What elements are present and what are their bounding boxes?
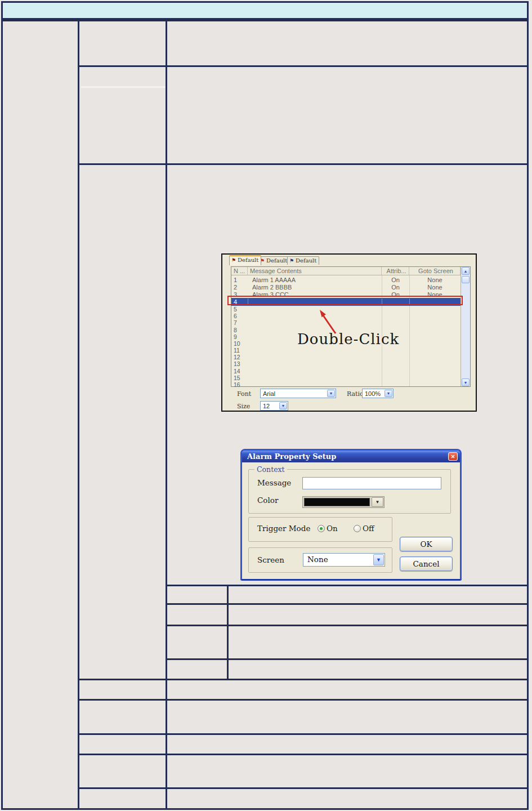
row-goto-screen: None [409, 276, 461, 284]
alarm-list-screenshot: ⚑Default ⚑Default ⚑Default N ... Message… [221, 253, 477, 412]
ratio-value: 100% [365, 390, 381, 397]
combo-arrow-icon[interactable]: ▼ [385, 390, 392, 397]
close-icon: ✕ [451, 454, 455, 460]
table-grid-line [79, 787, 528, 789]
color-swatch [304, 498, 370, 506]
row-attribute: On [382, 276, 409, 284]
table-grid-line [167, 625, 528, 626]
dialog-titlebar[interactable]: Alarm Property Setup [242, 451, 460, 462]
row-attribute: On [382, 283, 409, 291]
combo-arrow-icon[interactable]: ▼ [373, 554, 384, 565]
list-header-row: N ... Message Contents Attrib... Goto Sc… [231, 267, 461, 275]
message-input[interactable] [302, 477, 441, 489]
message-label: Message [257, 478, 291, 487]
tab-label: Default [238, 257, 258, 263]
row-number: 12 [231, 354, 247, 360]
font-label: Font [237, 390, 251, 398]
flag-icon: ⚑ [289, 258, 294, 264]
cancel-button[interactable]: Cancel [400, 556, 453, 571]
color-label: Color [257, 496, 278, 505]
color-dropdown-button[interactable]: ▼ [372, 497, 383, 507]
tab-default-3[interactable]: ⚑Default [287, 256, 319, 265]
scrollbar-thumb[interactable] [462, 276, 470, 283]
alarm-row-2[interactable]: 2 Alarm 2 BBBB On None [231, 283, 461, 291]
color-select[interactable]: ▼ [302, 496, 385, 508]
table-grid-line [167, 585, 528, 586]
close-button[interactable]: ✕ [448, 452, 458, 461]
empty-row-numbers: 5 6 7 8 9 10 11 12 13 14 15 16 [231, 306, 247, 388]
row-number: 1 [231, 276, 248, 284]
washed-text-strip [81, 86, 166, 88]
tab-label: Default [266, 257, 287, 264]
size-label: Size [237, 403, 250, 410]
row-number: 16 [231, 381, 247, 388]
size-select[interactable]: 12 ▼ [260, 401, 288, 411]
column-header-number[interactable]: N ... [231, 267, 248, 275]
table-grid-line [167, 658, 528, 660]
row-number: 7 [231, 319, 247, 326]
combo-arrow-icon[interactable]: ▼ [327, 390, 335, 397]
table-grid-line [78, 20, 79, 810]
row-number: 14 [231, 368, 247, 375]
tab-label: Default [296, 257, 316, 264]
tab-default-2[interactable]: ⚑Default [258, 256, 290, 265]
screen-select[interactable]: None ▼ [303, 553, 385, 567]
row-number: 10 [231, 340, 247, 347]
annotation-arrow [313, 306, 340, 336]
radio-off-label: Off [363, 524, 374, 533]
ok-button-label: OK [420, 540, 432, 549]
row-number: 11 [231, 347, 247, 354]
size-value: 12 [263, 403, 270, 409]
row-number: 2 [231, 283, 248, 291]
row-number: 5 [231, 306, 247, 313]
cancel-button-label: Cancel [413, 559, 440, 568]
scroll-up-icon: ▲ [464, 269, 468, 273]
row-goto-screen: None [409, 283, 461, 291]
column-header-goto-screen[interactable]: Goto Screen [409, 267, 461, 275]
screen-label: Screen [257, 555, 284, 564]
scroll-down-button[interactable]: ▼ [462, 378, 470, 386]
tab-default-1[interactable]: ⚑Default [229, 255, 261, 265]
dropdown-arrow-icon: ▼ [375, 500, 380, 505]
row-message: Alarm 2 BBBB [248, 283, 382, 291]
table-grid-line [79, 699, 528, 701]
scroll-up-button[interactable]: ▲ [462, 267, 470, 275]
row-number: 13 [231, 360, 247, 367]
table-grid-line [227, 585, 229, 680]
radio-on-label: On [327, 524, 338, 533]
table-grid-line [79, 733, 528, 735]
document-table [1, 20, 529, 810]
row-number: 15 [231, 375, 247, 381]
screen-value: None [307, 555, 328, 564]
document-page: ⚑Default ⚑Default ⚑Default N ... Message… [0, 0, 532, 811]
vertical-scrollbar[interactable]: ▲ ▼ [461, 267, 470, 386]
table-grid-line [167, 603, 528, 605]
column-header-message-contents[interactable]: Message Contents [248, 267, 382, 275]
alarm-property-setup-dialog: Alarm Property Setup ✕ Context Message C… [240, 449, 462, 581]
alarm-row-1[interactable]: 1 Alarm 1 AAAAA On None [231, 276, 461, 284]
row-message: Alarm 1 AAAAA [248, 276, 382, 284]
radio-on[interactable] [318, 525, 325, 532]
alarm-message-list[interactable]: N ... Message Contents Attrib... Goto Sc… [231, 266, 471, 387]
context-group-caption: Context [254, 465, 287, 474]
table-grid-line [79, 65, 528, 67]
combo-arrow-icon[interactable]: ▼ [279, 402, 287, 409]
table-grid-line [79, 679, 528, 680]
scroll-down-icon: ▼ [464, 381, 468, 385]
flag-icon: ⚑ [231, 257, 236, 263]
column-header-attribute[interactable]: Attrib... [382, 267, 409, 275]
ok-button[interactable]: OK [400, 537, 453, 551]
row-number: 9 [231, 333, 247, 340]
trigger-mode-label: Trigger Mode [257, 524, 310, 533]
radio-off[interactable] [354, 525, 361, 532]
font-select[interactable]: Arial ▼ [260, 389, 336, 398]
header-banner [1, 1, 529, 20]
ratio-label: Ratio [347, 390, 364, 398]
ratio-select[interactable]: 100% ▼ [362, 389, 394, 398]
table-grid-line [79, 163, 528, 165]
highlight-annotation-rectangle [227, 296, 463, 305]
row-number: 8 [231, 327, 247, 333]
message-value [303, 479, 305, 487]
font-value: Arial [263, 390, 275, 397]
table-grid-line [166, 20, 167, 810]
